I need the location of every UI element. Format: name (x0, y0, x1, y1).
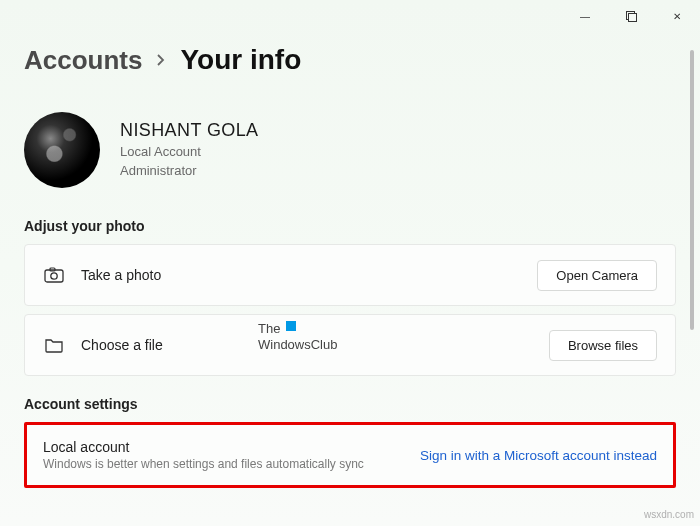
folder-icon (43, 337, 65, 353)
chevron-right-icon (156, 53, 166, 67)
choose-file-label: Choose a file (81, 337, 549, 353)
account-settings-heading: Account settings (24, 396, 676, 412)
local-account-row: Local account Windows is better when set… (24, 422, 676, 488)
scrollbar[interactable] (690, 50, 694, 330)
profile-block: NISHANT GOLA Local Account Administrator (24, 112, 676, 188)
take-photo-row: Take a photo Open Camera (24, 244, 676, 306)
svg-point-3 (51, 273, 57, 279)
maximize-button[interactable] (608, 0, 654, 32)
window-controls: — ✕ (562, 0, 700, 32)
breadcrumb-parent[interactable]: Accounts (24, 45, 142, 76)
close-button[interactable]: ✕ (654, 0, 700, 32)
svg-rect-1 (628, 13, 636, 21)
svg-rect-2 (45, 270, 63, 282)
browse-files-button[interactable]: Browse files (549, 330, 657, 361)
page-title: Your info (180, 44, 301, 76)
choose-file-row: Choose a file Browse files (24, 314, 676, 376)
avatar[interactable] (24, 112, 100, 188)
take-photo-label: Take a photo (81, 267, 537, 283)
open-camera-button[interactable]: Open Camera (537, 260, 657, 291)
attribution-text: wsxdn.com (644, 509, 694, 520)
local-account-title: Local account (43, 439, 420, 455)
minimize-button[interactable]: — (562, 0, 608, 32)
profile-account-type: Local Account (120, 143, 259, 161)
maximize-icon (626, 11, 637, 22)
profile-name: NISHANT GOLA (120, 120, 259, 141)
camera-icon (43, 267, 65, 283)
photo-section-heading: Adjust your photo (24, 218, 676, 234)
profile-role: Administrator (120, 162, 259, 180)
local-account-description: Windows is better when settings and file… (43, 457, 420, 471)
sign-in-ms-account-link[interactable]: Sign in with a Microsoft account instead (420, 448, 657, 463)
breadcrumb: Accounts Your info (24, 44, 676, 76)
